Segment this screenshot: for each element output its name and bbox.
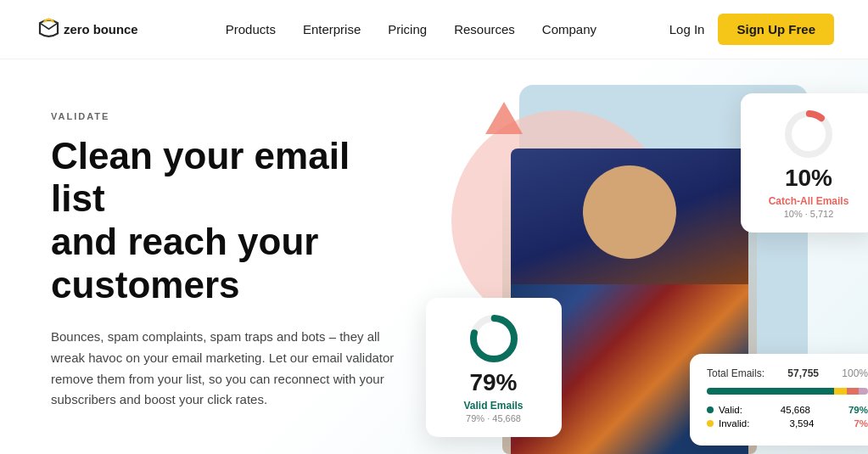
bar-valid [707, 388, 834, 395]
valid-label: Valid Emails [443, 400, 545, 412]
total-pct: 100% [842, 367, 868, 379]
catchall-percent: 10% [758, 165, 860, 192]
nav-resources[interactable]: Resources [454, 22, 515, 36]
stats-bar [707, 388, 868, 395]
main-nav: Products Enterprise Pricing Resources Co… [226, 22, 596, 36]
hero-section: VALIDATE Clean your email list and reach… [0, 59, 868, 454]
nav-pricing[interactable]: Pricing [388, 22, 427, 36]
catchall-label: Catch-All Emails [758, 195, 860, 207]
logo[interactable]: zero bounce [34, 13, 153, 47]
hero-content: VALIDATE Clean your email list and reach… [0, 59, 434, 454]
logo-svg: zero bounce [34, 13, 153, 47]
catchall-donut-chart [781, 107, 836, 161]
bar-catchall [834, 388, 847, 395]
validate-label: VALIDATE [51, 111, 400, 121]
header: zero bounce Products Enterprise Pricing … [0, 0, 868, 59]
stat-card-catchall: 10% Catch-All Emails 10% · 5,712 [741, 93, 868, 233]
valid-dot [707, 406, 714, 413]
valid-row-value: 45,668 [781, 405, 810, 415]
stats-panel: Total Emails: 57,755 100% Valid: 45,668 … [690, 354, 868, 446]
bar-other [859, 388, 868, 395]
triangle-decoration [485, 102, 523, 134]
invalid-row-value: 3,594 [790, 418, 815, 429]
signup-button[interactable]: Sign Up Free [718, 14, 834, 45]
hero-heading: Clean your email list and reach your cus… [51, 135, 400, 306]
hero-description: Bounces, spam complaints, spam traps and… [51, 327, 400, 411]
invalid-dot [707, 420, 714, 427]
nav-products[interactable]: Products [226, 22, 276, 36]
valid-row-label: Valid: [719, 405, 742, 415]
hero-visual: 10% Catch-All Emails 10% · 5,712 79% Val… [434, 59, 869, 454]
invalid-row-pct: 7% [854, 418, 868, 429]
person-face [583, 165, 676, 259]
invalid-row-label: Invalid: [719, 418, 749, 429]
stats-total-row: Total Emails: 57,755 100% [707, 367, 868, 379]
login-button[interactable]: Log In [669, 22, 705, 36]
valid-donut-chart [467, 311, 521, 366]
valid-percent: 79% [443, 369, 545, 396]
valid-row-pct: 79% [848, 405, 868, 415]
header-actions: Log In Sign Up Free [669, 14, 834, 45]
catchall-sub: 10% · 5,712 [758, 209, 860, 219]
total-label: Total Emails: [707, 367, 764, 379]
stats-invalid-row: Invalid: 3,594 7% [707, 418, 868, 429]
bar-invalid [847, 388, 858, 395]
nav-enterprise[interactable]: Enterprise [303, 22, 361, 36]
nav-company[interactable]: Company [542, 22, 596, 36]
stats-valid-row: Valid: 45,668 79% [707, 405, 868, 415]
total-value: 57,755 [787, 367, 819, 379]
valid-sub: 79% · 45,668 [443, 413, 545, 423]
svg-text:zero bounce: zero bounce [64, 23, 138, 36]
stat-card-valid: 79% Valid Emails 79% · 45,668 [426, 298, 562, 437]
